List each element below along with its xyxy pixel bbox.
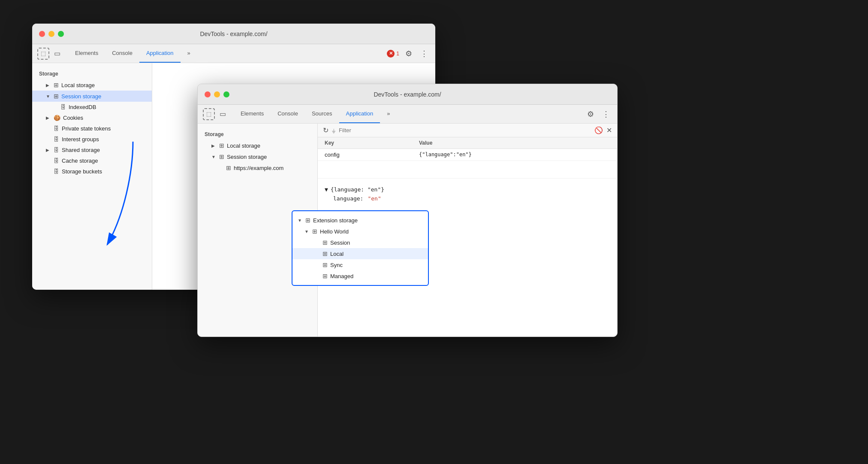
storage-section-label: Storage: [32, 68, 152, 79]
more-options-icon[interactable]: ⋮: [418, 48, 430, 60]
grid-icon: ⊞: [312, 228, 317, 235]
expand-value: "en": [368, 194, 381, 203]
session-storage-label: Session storage: [61, 93, 101, 100]
front-titlebar: DevTools - example.com/: [198, 84, 617, 105]
refresh-icon[interactable]: ↻: [323, 126, 329, 134]
close-filter-icon[interactable]: ✕: [606, 126, 612, 134]
more-tabs-front[interactable]: »: [380, 105, 397, 123]
db-icon: 🗄: [54, 147, 59, 153]
sidebar-storage-buckets[interactable]: 🗄 Storage buckets: [32, 166, 152, 177]
inspect-icon[interactable]: ⬚: [37, 48, 49, 60]
session-item[interactable]: ⊞ Session: [292, 237, 428, 248]
settings-icon[interactable]: ⚙: [403, 48, 415, 60]
arrow-icon: ▶: [46, 148, 51, 152]
grid-icon: ⊞: [322, 261, 328, 268]
front-toolbar: ⬚ ▭ Elements Console Sources Application…: [198, 105, 617, 124]
filter-bar: ↻ ⏚ 🚫 ✕: [318, 124, 617, 137]
local-item[interactable]: ⊞ Local: [292, 248, 428, 259]
ext-storage-label: Extension storage: [313, 217, 358, 224]
grid-icon: ⊞: [219, 153, 224, 160]
arrow-icon: ▶: [46, 83, 51, 88]
tab-application-back[interactable]: Application: [139, 44, 181, 63]
sidebar-interest-groups[interactable]: 🗄 Interest groups: [32, 134, 152, 145]
more-tabs-back[interactable]: »: [181, 44, 197, 63]
device-icon[interactable]: ▭: [51, 48, 63, 60]
front-inspect-icon[interactable]: ⬚: [203, 108, 215, 120]
table-row[interactable]: config {"language":"en"}: [318, 149, 617, 161]
front-tabs: Elements Console Sources Application »: [234, 105, 397, 123]
sidebar-cookies[interactable]: ▶ 🍪 Cookies: [32, 112, 152, 123]
expand-root: ▼ {language: "en"}: [325, 185, 610, 194]
arrow-icon: ▶: [46, 115, 51, 120]
tab-console-back[interactable]: Console: [105, 44, 139, 63]
storage-buckets-label: Storage buckets: [62, 168, 102, 175]
front-close-button[interactable]: [205, 91, 211, 97]
front-settings-icon[interactable]: ⚙: [585, 108, 597, 120]
grid-icon: ⊞: [322, 250, 328, 257]
front-storage-label: Storage: [198, 129, 317, 140]
managed-item[interactable]: ⊞ Managed: [292, 270, 428, 282]
grid-icon: ⊞: [305, 217, 310, 224]
hello-world-label: Hello World: [320, 228, 349, 235]
db-icon: 🗄: [60, 104, 66, 110]
minimize-button[interactable]: [48, 31, 54, 37]
close-button[interactable]: [39, 31, 45, 37]
front-session-storage[interactable]: ▼ ⊞ Session storage: [198, 151, 317, 162]
row-value: {"language":"en"}: [419, 152, 610, 158]
shared-storage-label: Shared storage: [62, 147, 100, 153]
local-storage-label: Local storage: [61, 82, 95, 88]
tab-sources-front[interactable]: Sources: [305, 105, 339, 123]
back-toolbar-right: ✕ 1 ⚙ ⋮: [387, 48, 430, 60]
hello-world-item[interactable]: ▼ ⊞ Hello World: [292, 226, 428, 237]
grid-icon: ⊞: [226, 164, 231, 171]
col-value-header: Value: [419, 140, 610, 146]
front-local-storage-label: Local storage: [227, 143, 260, 149]
sidebar-session-storage[interactable]: ▼ ⊞ Session storage: [32, 91, 152, 102]
db-icon: 🗄: [54, 158, 59, 164]
arrow-icon: ▼: [298, 218, 303, 223]
back-window-title: DevTools - example.com/: [200, 30, 267, 37]
error-count: 1: [396, 51, 399, 57]
error-icon: ✕: [387, 50, 395, 58]
front-device-icon[interactable]: ▭: [217, 108, 229, 120]
grid-icon: ⊞: [322, 273, 328, 279]
tab-elements-back[interactable]: Elements: [68, 44, 105, 63]
back-titlebar: DevTools - example.com/: [32, 24, 435, 44]
indexeddb-label: IndexedDB: [69, 104, 96, 110]
interest-groups-label: Interest groups: [62, 136, 99, 143]
table-header: Key Value: [318, 137, 617, 149]
tab-application-front[interactable]: Application: [339, 105, 380, 123]
front-minimize-button[interactable]: [214, 91, 220, 97]
cookie-icon: 🍪: [54, 115, 60, 121]
back-toolbar: ⬚ ▭ Elements Console Application » ✕ 1 ⚙…: [32, 44, 435, 63]
sidebar-shared-storage[interactable]: ▶ 🗄 Shared storage: [32, 145, 152, 155]
front-maximize-button[interactable]: [223, 91, 229, 97]
expand-key: language:: [333, 194, 363, 203]
front-example-com[interactable]: ⊞ https://example.com: [198, 162, 317, 173]
filter-input[interactable]: [339, 127, 591, 133]
sync-item[interactable]: ⊞ Sync: [292, 259, 428, 270]
grid-icon: ⊞: [54, 82, 59, 88]
sidebar-indexed-db[interactable]: 🗄 IndexedDB: [32, 102, 152, 112]
tab-console-front[interactable]: Console: [271, 105, 305, 123]
front-local-storage[interactable]: ▶ ⊞ Local storage: [198, 140, 317, 151]
expand-section: ▼ {language: "en"} language: "en": [318, 178, 617, 210]
arrow-icon: ▼: [304, 229, 310, 234]
clear-filter-icon[interactable]: 🚫: [594, 126, 603, 134]
front-window-title: DevTools - example.com/: [374, 91, 441, 98]
managed-label: Managed: [330, 273, 353, 279]
tab-elements-front[interactable]: Elements: [234, 105, 271, 123]
private-state-label: Private state tokens: [62, 125, 111, 132]
front-session-storage-label: Session storage: [227, 154, 267, 160]
expand-property: language: "en": [325, 194, 610, 203]
sidebar-cache-storage[interactable]: 🗄 Cache storage: [32, 155, 152, 166]
arrow-icon: ▼: [46, 94, 51, 99]
front-more-options-icon[interactable]: ⋮: [600, 108, 612, 120]
arrow-icon: ▼: [211, 155, 217, 159]
db-icon: 🗄: [54, 125, 59, 132]
sidebar-private-state-tokens[interactable]: 🗄 Private state tokens: [32, 123, 152, 134]
maximize-button[interactable]: [58, 31, 64, 37]
back-sidebar: Storage ▶ ⊞ Local storage ▼ ⊞ Session st…: [32, 63, 152, 290]
sidebar-local-storage[interactable]: ▶ ⊞ Local storage: [32, 79, 152, 91]
ext-storage-item[interactable]: ▼ ⊞ Extension storage: [292, 215, 428, 226]
